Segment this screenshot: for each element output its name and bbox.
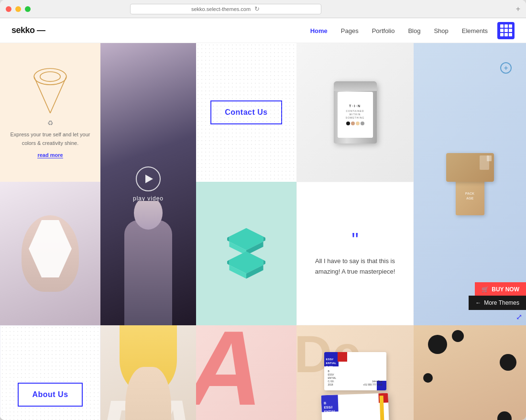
chevron-3d-icon xyxy=(227,227,265,280)
browser-minimize-btn[interactable] xyxy=(15,6,21,12)
business-card-1: ESS// ENTIAL C./10. 2018. BESS//ENTIALC.… xyxy=(324,352,386,390)
cell-cone-description: ♻ Express your true self and let your co… xyxy=(0,43,100,182)
svg-marker-11 xyxy=(227,260,229,265)
cell-tin-product: T·I·N CONTAINED WITHIN SOMETHING xyxy=(296,43,414,182)
nav-item-shop[interactable]: Shop xyxy=(434,26,448,35)
cone-illustration xyxy=(29,66,72,119)
arrow-left-icon: ← xyxy=(475,299,481,306)
spot-3 xyxy=(500,354,516,371)
product-mockup: PACKAGE xyxy=(446,153,494,215)
person-silhouette xyxy=(115,201,182,325)
navigation: sekko — Home Pages Portfolio Blog Shop xyxy=(0,18,526,43)
buy-now-button[interactable]: 🛒 BUY NOW xyxy=(475,282,526,297)
cell-portrait-photo xyxy=(0,182,100,325)
blonde-face xyxy=(120,325,177,420)
quote-icon: " xyxy=(351,230,358,249)
grid-dots-icon xyxy=(500,24,512,36)
nav-item-home[interactable]: Home xyxy=(310,26,328,35)
cell-about-us: About Us xyxy=(0,325,100,420)
testimonial-text: All I have to say is that this is amazin… xyxy=(308,256,402,277)
spot-1 xyxy=(428,335,447,354)
more-themes-button[interactable]: ← More Themes xyxy=(469,296,526,310)
instagram-bg: Instagram xyxy=(414,325,526,420)
business-card-bg: De s ESS// ENTIAL C./10. 2018. BESS//ENT xyxy=(296,325,414,420)
svg-marker-6 xyxy=(227,236,229,242)
tin-can-visual: T·I·N CONTAINED WITHIN SOMETHING xyxy=(334,81,377,144)
nav-link-pages[interactable]: Pages xyxy=(341,27,359,34)
browser-close-btn[interactable] xyxy=(6,6,11,12)
cell-testimonial: " All I have to say is that this is amaz… xyxy=(296,182,414,325)
nav-link-blog[interactable]: Blog xyxy=(408,27,420,34)
browser-window: sekko.select-themes.com ↻ + sekko — Home… xyxy=(0,0,526,420)
chevron-container xyxy=(196,182,296,325)
main-grid: ♻ Express your true self and let your co… xyxy=(0,43,526,420)
browser-new-tab-btn[interactable]: + xyxy=(516,5,520,13)
nav-link-home[interactable]: Home xyxy=(310,27,328,34)
browser-refresh-icon[interactable]: ↻ xyxy=(254,5,260,12)
play-triangle-icon xyxy=(145,175,153,183)
site-logo[interactable]: sekko — xyxy=(11,25,45,35)
letter-a-container: A xyxy=(196,325,296,420)
svg-marker-10 xyxy=(263,260,265,265)
plus-icon: + xyxy=(500,62,512,74)
nav-link-portfolio[interactable]: Portfolio xyxy=(372,27,395,34)
cell-product-top-right: PACKAGE + 🛒 BUY NOW ← More Themes ⤢ xyxy=(414,43,526,325)
nav-link-elements[interactable]: Elements xyxy=(462,27,488,34)
cart-icon: 🛒 xyxy=(482,286,489,293)
white-paint-mask xyxy=(29,220,72,277)
tin-can-label: T·I·N CONTAINED WITHIN SOMETHING xyxy=(338,92,373,138)
nav-item-portfolio[interactable]: Portfolio xyxy=(372,26,395,35)
about-us-button[interactable]: About Us xyxy=(18,383,82,407)
dotted-background xyxy=(196,43,296,182)
site-content: sekko — Home Pages Portfolio Blog Shop xyxy=(0,18,526,420)
browser-chrome: sekko.select-themes.com ↻ + xyxy=(0,0,526,18)
portrait-face xyxy=(22,215,79,292)
tin-can-container: T·I·N CONTAINED WITHIN SOMETHING xyxy=(296,43,414,182)
nav-menu: Home Pages Portfolio Blog Shop Elements xyxy=(310,26,488,35)
cell-video-play: play video xyxy=(100,43,196,325)
spot-2 xyxy=(452,330,464,342)
card-stack: ESS// ENTIAL C./10. 2018. BESS//ENTIALC.… xyxy=(304,333,406,420)
cell-instagram: Instagram 🐦 We've got something new and … xyxy=(414,325,526,420)
nav-item-pages[interactable]: Pages xyxy=(341,26,359,35)
svg-point-0 xyxy=(34,68,66,85)
business-card-2: BESS//ENTIALC./10.2018 xyxy=(321,393,389,420)
cell-contact-us: Contact Us xyxy=(196,43,296,182)
svg-line-3 xyxy=(50,77,66,113)
svg-line-2 xyxy=(34,77,50,113)
portrait-bg xyxy=(0,182,100,325)
cell-teal-chevrons xyxy=(196,182,296,325)
play-circle-icon[interactable] xyxy=(136,166,161,191)
cell-description-text: Express your true self and let your colo… xyxy=(10,131,91,147)
cell-letter-a: A xyxy=(196,325,296,420)
nav-link-shop[interactable]: Shop xyxy=(434,27,448,34)
cell-business-cards: De s ESS// ENTIAL C./10. 2018. BESS//ENT xyxy=(296,325,414,420)
nav-item-elements[interactable]: Elements xyxy=(462,26,488,35)
browser-maximize-btn[interactable] xyxy=(25,6,31,12)
expand-icon[interactable]: ⤢ xyxy=(516,312,522,321)
read-more-link[interactable]: read more xyxy=(37,152,63,158)
big-letter-a: A xyxy=(196,325,263,420)
nav-grid-button[interactable] xyxy=(497,22,515,39)
play-button-container[interactable]: play video xyxy=(133,166,164,202)
svg-marker-5 xyxy=(263,236,265,242)
recycle-icon: ♻ xyxy=(47,119,54,127)
spot-4 xyxy=(423,373,433,383)
nav-item-blog[interactable]: Blog xyxy=(408,26,420,35)
browser-url-bar[interactable]: sekko.select-themes.com ↻ xyxy=(130,4,321,14)
cell-fashion-week: F A Fashion Week Fashion Week Fashion We… xyxy=(100,325,196,420)
fashion-week-bg: F A Fashion Week Fashion Week Fashion We… xyxy=(100,325,196,420)
svg-point-1 xyxy=(40,72,60,81)
